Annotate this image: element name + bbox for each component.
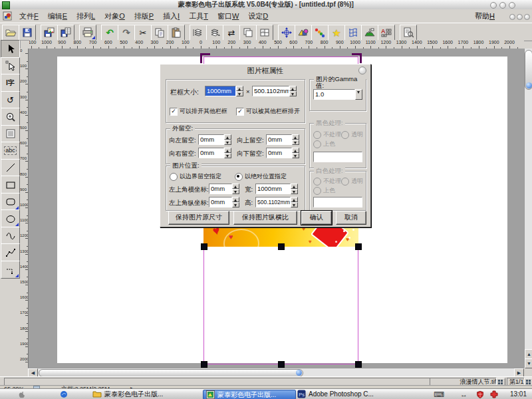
- paste-button[interactable]: [168, 25, 185, 41]
- combine-button[interactable]: [256, 25, 273, 41]
- save-template-button[interactable]: [57, 25, 74, 41]
- save-button[interactable]: [19, 25, 36, 41]
- taskbar-task-2[interactable]: 蒙泰彩色电子出版...: [203, 390, 296, 399]
- health-cross-icon[interactable]: [490, 390, 498, 399]
- checkbox-check-icon[interactable]: ✓: [170, 108, 178, 116]
- minimize-button[interactable]: [490, 2, 497, 9]
- mesh-warp-button[interactable]: [344, 25, 362, 41]
- polyline-tool[interactable]: [1, 243, 20, 261]
- quick-launch-icon[interactable]: [60, 390, 68, 399]
- menu-item-d[interactable]: 设定D: [243, 9, 273, 23]
- push-others-checkbox[interactable]: ✓ 可以排开其他栏框: [170, 107, 227, 116]
- margin-bottom-spinner[interactable]: [292, 148, 299, 158]
- maximize-button[interactable]: [499, 2, 506, 9]
- margin-right-value[interactable]: 0mm: [198, 148, 224, 158]
- margin-top-value[interactable]: 0mm: [266, 134, 292, 145]
- print-button[interactable]: [79, 25, 96, 41]
- x-coordinate-value[interactable]: 0mm: [209, 184, 232, 194]
- height-value[interactable]: 500.1102mm: [255, 197, 291, 207]
- pushed-by-others-checkbox[interactable]: ✓ 可以被其他栏框排开: [236, 107, 300, 116]
- mdi-close-button[interactable]: [524, 14, 530, 20]
- swap-order-button[interactable]: ⇄: [223, 25, 240, 41]
- text-tool[interactable]: I字: [1, 74, 20, 92]
- dialog-close-button[interactable]: [358, 66, 366, 74]
- margin-bottom-value[interactable]: 0mm: [266, 148, 292, 158]
- menu-item-l[interactable]: 排列L: [72, 9, 100, 23]
- menu-item-w[interactable]: 窗口W: [213, 9, 243, 23]
- scroll-up-button[interactable]: ▲: [525, 349, 532, 359]
- y-coordinate-spinner[interactable]: [232, 197, 239, 207]
- frame-top-edge[interactable]: [203, 57, 358, 57]
- center-object-button[interactable]: [278, 25, 295, 41]
- frame-height-spinner[interactable]: [289, 86, 297, 96]
- margin-right-spinner[interactable]: [224, 148, 231, 158]
- taskbar-task-3[interactable]: PsAdobe Photoshop C...: [295, 390, 400, 398]
- curve-tool[interactable]: [1, 227, 20, 245]
- x-coordinate-field[interactable]: 0mm: [209, 184, 239, 194]
- import-image-button[interactable]: [41, 25, 58, 41]
- line-tool[interactable]: [1, 159, 20, 177]
- menu-item-e[interactable]: 编辑E: [43, 9, 72, 23]
- frame-width-value[interactable]: 1000mm: [205, 86, 236, 96]
- selection-handle[interactable]: [278, 243, 285, 250]
- vscroll-thumb[interactable]: [525, 50, 532, 90]
- star-button[interactable]: ★: [328, 25, 345, 41]
- cancel-button[interactable]: 取消: [336, 211, 366, 225]
- mdi-restore-button[interactable]: [517, 14, 523, 20]
- document-tool[interactable]: [1, 125, 20, 143]
- vertical-scrollbar[interactable]: ▲ ▼: [524, 49, 532, 368]
- selection-handle[interactable]: [201, 243, 207, 250]
- keyboard-icon[interactable]: ⌨: [434, 390, 444, 399]
- open-button[interactable]: [2, 25, 19, 41]
- direct-select-tool[interactable]: [1, 57, 20, 75]
- rotate-tool[interactable]: ↺: [1, 91, 20, 109]
- margin-right-field[interactable]: 0mm: [198, 148, 231, 158]
- resize-arrows-icon[interactable]: ↔: [460, 390, 467, 399]
- menu-item-t[interactable]: 工具T: [184, 9, 213, 23]
- ok-button[interactable]: 确认: [301, 211, 332, 225]
- margin-left-field[interactable]: 0mm: [198, 134, 231, 145]
- preview-button[interactable]: [400, 25, 417, 41]
- zoom-tool[interactable]: [1, 108, 20, 126]
- keep-original-size-button[interactable]: 保持图片原尺寸: [168, 211, 229, 225]
- frame-height-value[interactable]: 500.1102mm: [252, 86, 289, 96]
- mdi-minimize-button[interactable]: [509, 14, 515, 20]
- margin-bottom-field[interactable]: 0mm: [266, 148, 299, 158]
- horizontal-scrollbar[interactable]: ◀ ▶: [28, 368, 524, 377]
- undo-button[interactable]: ↶: [101, 25, 118, 41]
- selection-handle[interactable]: [278, 361, 285, 368]
- menu-item-o[interactable]: 对象O: [100, 9, 130, 23]
- keep-aspect-ratio-button[interactable]: 保持图片纵横比: [233, 211, 297, 225]
- margin-top-spinner[interactable]: [292, 134, 299, 145]
- path-tool[interactable]: [1, 261, 20, 279]
- shield-icon[interactable]: [476, 390, 484, 399]
- width-field[interactable]: 1000mm: [255, 184, 298, 194]
- menu-item-i[interactable]: 插入I: [158, 9, 184, 23]
- gamma-dropdown-button[interactable]: [355, 89, 362, 100]
- by-absolute-radio[interactable]: 以绝对位置指定: [235, 172, 287, 181]
- y-coordinate-value[interactable]: 0mm: [209, 197, 232, 207]
- selection-handle[interactable]: [201, 361, 207, 368]
- text-block-tool[interactable]: abc: [1, 142, 20, 160]
- checkbox-check-icon[interactable]: ✓: [236, 108, 244, 116]
- selection-handle[interactable]: [355, 361, 362, 368]
- apple-menu-icon[interactable]: [17, 390, 26, 399]
- taskbar-task-1[interactable]: 蒙泰彩色电子出版...: [90, 390, 203, 398]
- y-coordinate-field[interactable]: 0mm: [209, 197, 239, 207]
- select-tool[interactable]: [1, 40, 20, 58]
- margin-left-spinner[interactable]: [224, 134, 231, 145]
- margin-left-value[interactable]: 0mm: [198, 134, 224, 145]
- cut-button[interactable]: ✂: [134, 25, 152, 41]
- gamma-select[interactable]: 1.0: [313, 89, 362, 100]
- ellipse-tool[interactable]: [1, 209, 20, 227]
- width-value[interactable]: 1000mm: [255, 184, 291, 194]
- x-coordinate-spinner[interactable]: [232, 184, 239, 194]
- height-field[interactable]: 500.1102mm: [255, 197, 298, 207]
- menu-item-p[interactable]: 排版P: [130, 9, 158, 23]
- width-spinner[interactable]: [291, 184, 298, 194]
- menu-item-help[interactable]: 帮助H: [475, 9, 495, 23]
- margin-top-field[interactable]: 0mm: [266, 134, 299, 145]
- frame-height-field[interactable]: 500.1102mm: [252, 86, 297, 96]
- color-palette-button[interactable]: [311, 25, 329, 41]
- selection-handle[interactable]: [355, 243, 362, 250]
